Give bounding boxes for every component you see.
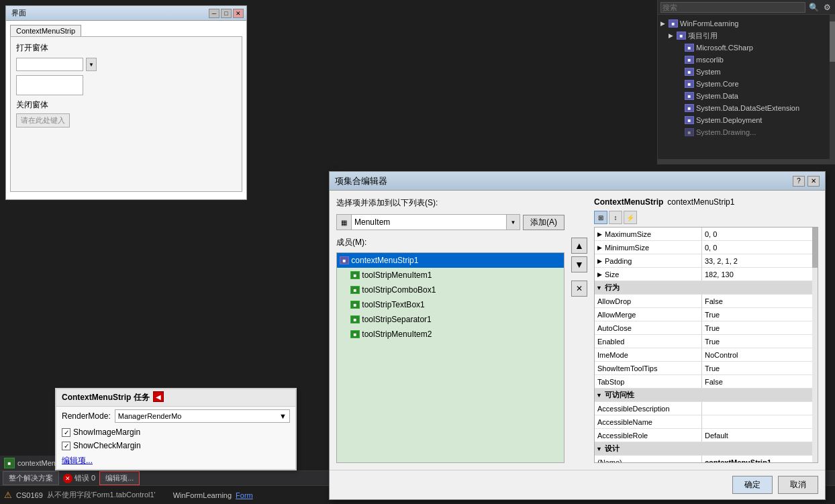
solution-scrollbar[interactable]	[830, 15, 835, 164]
dialog-close-btn[interactable]: ✕	[807, 176, 820, 187]
props-row-accrole[interactable]: AccessibleRole Default	[595, 429, 818, 442]
tree-item-systemdataext[interactable]: ■ System.Data.DataSetExtension	[658, 102, 835, 114]
show-check-margin-label: ShowCheckMargin	[73, 441, 141, 450]
member-item-2[interactable]: ■ toolStripComboBox1	[337, 283, 564, 297]
props-row-autoclose[interactable]: AutoClose True	[595, 321, 818, 335]
tree-item-systemcore[interactable]: ■ System.Core	[658, 78, 835, 90]
solution-scrollbar-thumb[interactable]	[830, 21, 835, 62]
props-component-type: ContextMenuStrip	[594, 197, 663, 207]
tree-item-systemdata[interactable]: ■ System.Data	[658, 90, 835, 102]
bottom-tab-edit[interactable]: 编辑项...	[99, 471, 140, 485]
props-section-behavior[interactable]: ▼ 行为	[595, 281, 818, 295]
props-row-name[interactable]: (Name) contextMenuStrip1	[595, 456, 818, 463]
close-row: 请在此处键入	[16, 113, 236, 128]
tree-item-systemdraw[interactable]: ■ System.Drawing...	[658, 126, 835, 138]
props-section-design[interactable]: ▼ 设计	[595, 442, 818, 456]
bottom-tab-solution[interactable]: 整个解决方案	[3, 471, 59, 485]
show-image-margin-row: ✓ ShowImageMargin	[56, 425, 295, 439]
dialog-help-btn[interactable]: ?	[793, 176, 805, 187]
options-icon-btn[interactable]: ⚙	[822, 2, 832, 13]
props-section-accessibility[interactable]: ▼ 可访问性	[595, 389, 818, 402]
move-up-btn[interactable]: ▲	[571, 238, 587, 254]
edit-items-row: 编辑项...	[56, 452, 295, 469]
props-row-padding[interactable]: ▶Padding 33, 2, 1, 2	[595, 254, 818, 268]
form-tab: ContextMenuStrip	[10, 25, 81, 36]
tree-item-system[interactable]: ■ System	[658, 66, 835, 78]
text-row	[16, 75, 236, 95]
props-row-accname[interactable]: AccessibleName	[595, 415, 818, 429]
designer-window: 界面 ─ □ ✕ ContextMenuStrip 打开窗体 ▼ 关闭窗体 请在…	[5, 5, 247, 200]
props-grid: ▶MaximumSize 0, 0 ▶MinimumSize 0, 0 ▶Pad…	[594, 227, 818, 463]
minimize-btn[interactable]: ─	[209, 9, 219, 18]
show-check-margin-checkbox[interactable]: ✓	[62, 442, 70, 450]
props-row-showtooltips[interactable]: ShowItemToolTips True	[595, 362, 818, 375]
props-row-allowmerge[interactable]: AllowMerge True	[595, 308, 818, 321]
solution-search-input[interactable]	[660, 2, 805, 13]
props-header: ContextMenuStrip contextMenuStrip1	[594, 197, 818, 207]
props-scrollbar-thumb[interactable]	[812, 228, 818, 268]
props-row-tabstop[interactable]: TabStop False	[595, 375, 818, 389]
form-textarea[interactable]	[16, 75, 83, 95]
tree-item-mscorlib[interactable]: ■ mscorlib	[658, 54, 835, 66]
maximize-btn[interactable]: □	[221, 9, 232, 18]
cancel-btn[interactable]: 取消	[778, 476, 818, 494]
props-scrollbar[interactable]	[812, 228, 818, 462]
designer-content: ContextMenuStrip 打开窗体 ▼ 关闭窗体 请在此处键入	[6, 21, 246, 199]
props-row-minsize[interactable]: ▶MinimumSize 0, 0	[595, 241, 818, 254]
add-btn[interactable]: 添加(A)	[523, 215, 564, 230]
member-item-5[interactable]: ■ toolStripMenuItem2	[337, 327, 564, 342]
props-alphabetical-btn[interactable]: ↕	[609, 211, 622, 224]
placeholder-btn[interactable]: 请在此处键入	[16, 113, 70, 128]
designer-title: 界面	[9, 8, 26, 18]
item-type-icon: ▦	[337, 215, 352, 230]
member-icon-2: ■	[350, 286, 360, 294]
props-row-maxsize[interactable]: ▶MaximumSize 0, 0	[595, 228, 818, 241]
dialog-right-panel: ContextMenuStrip contextMenuStrip1 ⊞ ↕ ⚡…	[594, 197, 818, 463]
close-btn[interactable]: ✕	[233, 9, 244, 18]
delete-btn[interactable]: ✕	[571, 281, 587, 297]
dialog-title: 项集合编辑器	[335, 175, 387, 187]
error-section: ✕ 错误 0	[63, 473, 95, 483]
error-code: CS0169	[16, 491, 43, 499]
form-input-1[interactable]	[16, 58, 83, 71]
item-type-select[interactable]: ▦ MenuItem ▼	[336, 214, 520, 230]
move-down-btn[interactable]: ▼	[571, 256, 587, 272]
props-row-allowdrop[interactable]: AllowDrop False	[595, 295, 818, 308]
solution-h-scrollbar[interactable]	[658, 159, 830, 164]
member-item-0[interactable]: ■ contextMenuStrip1	[337, 253, 564, 268]
show-check-margin-row: ✓ ShowCheckMargin	[56, 439, 295, 452]
dialog-left-panel: 选择项并添加到以下列表(S): ▦ MenuItem ▼ 添加(A) 成员(M)…	[336, 197, 564, 463]
ok-btn[interactable]: 确定	[732, 476, 773, 494]
props-row-enabled[interactable]: Enabled True	[595, 335, 818, 348]
props-row-imemode[interactable]: ImeMode NoControl	[595, 348, 818, 362]
solution-explorer: 🔍 ⚙ ▶ ■ WinFormLearning ▶ ■ 项目引用 ■ Micro…	[657, 0, 835, 164]
tree-item-systemdeploy[interactable]: ■ System.Deployment	[658, 114, 835, 126]
member-item-4[interactable]: ■ toolStripSeparator1	[337, 312, 564, 327]
item-type-text: MenuItem	[352, 217, 506, 227]
tree-ref-folder[interactable]: ▶ ■ 项目引用	[658, 30, 835, 42]
item-type-arrow[interactable]: ▼	[506, 215, 520, 230]
dropdown-btn-1[interactable]: ▼	[86, 58, 97, 71]
member-item-1[interactable]: ■ toolStripMenuItem1	[337, 268, 564, 283]
render-mode-row: RenderMode: ManagerRenderMo ▼	[56, 407, 295, 425]
error-project: WinFormLearning	[173, 491, 232, 499]
props-row-accdesc[interactable]: AccessibleDescription	[595, 402, 818, 415]
props-events-btn[interactable]: ⚡	[624, 211, 637, 224]
error-file-link[interactable]: Form	[236, 491, 253, 499]
props-categorized-btn[interactable]: ⊞	[594, 211, 607, 224]
props-row-size[interactable]: ▶Size 182, 130	[595, 268, 818, 281]
tree-item-mscsharp[interactable]: ■ Microsoft.CSharp	[658, 42, 835, 54]
error-text: 从不使用字段'Form1.tabControl1'	[47, 490, 156, 500]
edit-items-link[interactable]: 编辑项...	[62, 455, 93, 466]
search-icon-btn[interactable]: 🔍	[808, 2, 819, 13]
show-image-margin-checkbox[interactable]: ✓	[62, 428, 70, 437]
task-arrow-indicator[interactable]: ◀	[153, 391, 164, 402]
tree-root[interactable]: ▶ ■ WinFormLearning	[658, 17, 835, 30]
render-mode-dropdown[interactable]: ManagerRenderMo ▼	[115, 409, 290, 423]
select-row: ▦ MenuItem ▼ 添加(A)	[336, 214, 564, 230]
show-image-margin-label: ShowImageMargin	[73, 427, 140, 437]
open-row: ▼	[16, 58, 236, 71]
member-icon-5: ■	[350, 330, 360, 338]
error-count-label: 错误 0	[75, 473, 95, 483]
member-item-3[interactable]: ■ toolStripTextBox1	[337, 297, 564, 312]
